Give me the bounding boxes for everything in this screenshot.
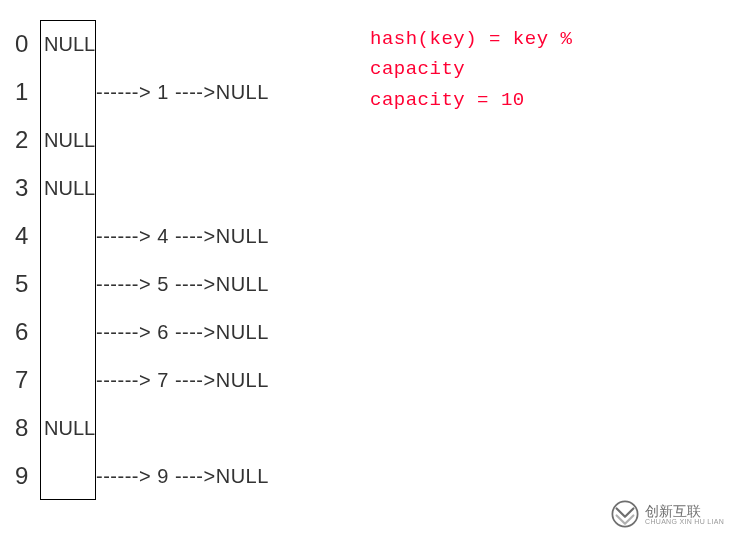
bucket-index: 0: [15, 30, 40, 58]
watermark: 创新互联 CHUANG XIN HU LIAN: [611, 500, 724, 528]
table-row: 5 ------> 5 ---->NULL: [15, 260, 269, 308]
bucket-index: 9: [15, 462, 40, 490]
watermark-en: CHUANG XIN HU LIAN: [645, 518, 724, 525]
bucket-index: 5: [15, 270, 40, 298]
bucket-index: 2: [15, 126, 40, 154]
bucket-index: 8: [15, 414, 40, 442]
bucket-index: 4: [15, 222, 40, 250]
table-row: 7 ------> 7 ---->NULL: [15, 356, 269, 404]
bucket-index: 1: [15, 78, 40, 106]
table-row: 3 NULL: [15, 164, 269, 212]
bucket-cell: NULL: [40, 116, 96, 164]
bucket-index: 6: [15, 318, 40, 346]
bucket-cell: [40, 452, 96, 500]
bucket-chain: ------> 9 ---->NULL: [96, 465, 269, 488]
logo-icon: [611, 500, 639, 528]
bucket-cell: [40, 356, 96, 404]
bucket-cell: NULL: [40, 20, 96, 68]
bucket-chain: ------> 7 ---->NULL: [96, 369, 269, 392]
watermark-text: 创新互联 CHUANG XIN HU LIAN: [645, 504, 724, 525]
hash-formula: hash(key) = key % capacity capacity = 10: [370, 24, 572, 115]
formula-line: capacity = 10: [370, 85, 572, 115]
bucket-cell: [40, 68, 96, 116]
bucket-cell: [40, 260, 96, 308]
table-row: 9 ------> 9 ---->NULL: [15, 452, 269, 500]
table-row: 6 ------> 6 ---->NULL: [15, 308, 269, 356]
watermark-cn: 创新互联: [645, 504, 724, 518]
table-row: 4 ------> 4 ---->NULL: [15, 212, 269, 260]
bucket-index: 3: [15, 174, 40, 202]
formula-line: hash(key) = key %: [370, 24, 572, 54]
hash-table: 0 NULL 1 ------> 1 ---->NULL 2 NULL 3 NU…: [15, 20, 269, 500]
bucket-chain: ------> 5 ---->NULL: [96, 273, 269, 296]
bucket-cell: NULL: [40, 164, 96, 212]
bucket-index: 7: [15, 366, 40, 394]
bucket-chain: ------> 4 ---->NULL: [96, 225, 269, 248]
bucket-chain: ------> 1 ---->NULL: [96, 81, 269, 104]
bucket-cell: [40, 212, 96, 260]
table-row: 1 ------> 1 ---->NULL: [15, 68, 269, 116]
bucket-chain: ------> 6 ---->NULL: [96, 321, 269, 344]
bucket-cell: [40, 308, 96, 356]
table-row: 0 NULL: [15, 20, 269, 68]
table-row: 8 NULL: [15, 404, 269, 452]
formula-line: capacity: [370, 54, 572, 84]
bucket-cell: NULL: [40, 404, 96, 452]
table-row: 2 NULL: [15, 116, 269, 164]
